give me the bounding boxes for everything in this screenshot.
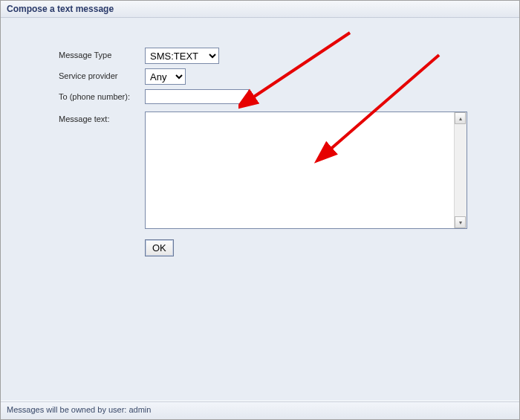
input-phone-number[interactable] xyxy=(145,89,249,104)
select-service-provider[interactable]: Any xyxy=(145,68,186,85)
title-text: Compose a text message xyxy=(7,4,114,14)
label-message-text: Message text: xyxy=(1,112,142,123)
footer-text: Messages will be owned by user: admin xyxy=(7,405,151,414)
row-message-text: Message text: ▴ ▾ xyxy=(1,112,519,229)
label-service-provider: Service provider xyxy=(1,68,142,80)
scroll-down-icon[interactable]: ▾ xyxy=(455,216,466,228)
status-bar: Messages will be owned by user: admin xyxy=(1,401,519,419)
label-to: To (phone number): xyxy=(1,89,142,101)
textarea-container: ▴ ▾ xyxy=(145,112,467,229)
scrollbar[interactable]: ▴ ▾ xyxy=(454,112,467,228)
select-message-type[interactable]: SMS:TEXT xyxy=(145,48,219,64)
row-to: To (phone number): xyxy=(1,89,519,104)
panel-title: Compose a text message xyxy=(1,1,519,18)
label-message-type: Message Type xyxy=(1,48,142,59)
row-service-provider: Service provider Any xyxy=(1,68,519,85)
row-message-type: Message Type SMS:TEXT xyxy=(1,48,519,64)
scroll-up-icon[interactable]: ▴ xyxy=(455,112,466,124)
ok-button[interactable]: OK xyxy=(145,239,174,256)
textarea-message[interactable] xyxy=(146,112,454,227)
form-panel: Message Type SMS:TEXT Service provider A… xyxy=(1,18,519,401)
